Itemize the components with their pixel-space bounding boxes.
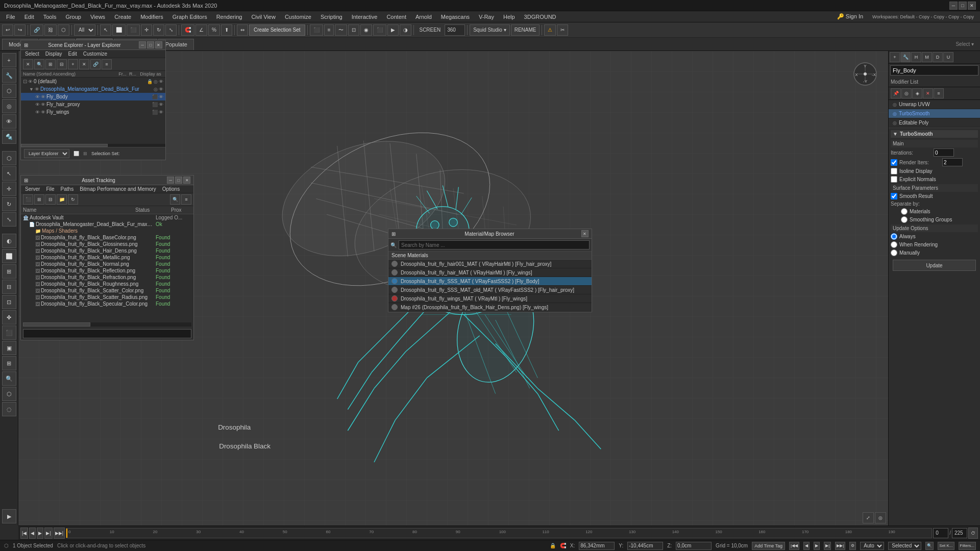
sign-in-button[interactable]: 🔑 Sign In bbox=[833, 12, 867, 21]
rp-modify-icon[interactable]: 🔧 bbox=[900, 52, 911, 62]
rotate-mode-btn[interactable]: ↻ bbox=[2, 197, 16, 211]
close-button[interactable]: ✕ bbox=[968, 2, 976, 10]
layer-manager-button[interactable]: ≡ bbox=[324, 24, 334, 36]
menu-customize[interactable]: Customize bbox=[281, 13, 315, 21]
rotate-button[interactable]: ↻ bbox=[153, 24, 164, 36]
at-close[interactable]: ✕ bbox=[183, 177, 190, 184]
ts-smooth-result-checkbox[interactable] bbox=[891, 193, 897, 199]
at-img9[interactable]: 🖼 Drosophila_fruit_fly_Black_Scatter_Col… bbox=[21, 287, 193, 294]
menu-scripting[interactable]: Scripting bbox=[316, 13, 347, 21]
undo-button[interactable]: ↩ bbox=[2, 24, 13, 36]
schematic-button[interactable]: ⊡ bbox=[348, 24, 359, 36]
at-icon6[interactable]: 🔍 bbox=[170, 194, 180, 205]
create-panel-btn[interactable]: + bbox=[2, 53, 16, 67]
se-menu-select[interactable]: Select bbox=[23, 51, 41, 57]
ts-iterations-input[interactable] bbox=[934, 148, 954, 157]
at-icon3[interactable]: ⊟ bbox=[45, 194, 56, 205]
at-icon2[interactable]: ⊞ bbox=[34, 194, 44, 205]
side-btn7[interactable]: ⬛ bbox=[2, 325, 16, 340]
se-fly-body[interactable]: 👁 👁 Fly_Body ⬛ 👁 bbox=[21, 93, 165, 101]
mb-mat4[interactable]: Drosophila_fruit_fly_SSS_MAT_old_MAT ( V… bbox=[388, 286, 592, 294]
mirror-button[interactable]: ⇔ bbox=[237, 24, 248, 36]
activeshade-button[interactable]: ◑ bbox=[400, 24, 411, 36]
ts-isoline-checkbox[interactable] bbox=[891, 168, 897, 174]
at-img5[interactable]: 🖼 Drosophila_fruit_fly_Black_Normal.png … bbox=[21, 261, 193, 267]
menu-civil-view[interactable]: Civil View bbox=[247, 13, 279, 21]
compass[interactable]: Y -Y X -X bbox=[852, 61, 878, 87]
render-setup-button[interactable]: ⬛ bbox=[373, 24, 386, 36]
tl-prev-btn[interactable]: |◀ bbox=[20, 528, 28, 539]
menu-interactive[interactable]: Interactive bbox=[348, 13, 382, 21]
at-img8[interactable]: 🖼 Drosophila_fruit_fly_Black_Roughness.p… bbox=[21, 281, 193, 287]
at-menu-options[interactable]: Options bbox=[160, 186, 182, 192]
utilities-panel-btn[interactable]: 🔩 bbox=[2, 130, 16, 144]
menu-content[interactable]: Content bbox=[382, 13, 410, 21]
rp-motion-icon[interactable]: M bbox=[922, 52, 932, 62]
at-img10[interactable]: 🖼 Drosophila_fruit_fly_Black_Scatter_Rad… bbox=[21, 294, 193, 300]
at-file-item[interactable]: 📄 Drosophila_Melanogaster_Dead_Black_Fur… bbox=[21, 221, 193, 228]
at-img2[interactable]: 🖼 Drosophila_fruit_fly_Black_Glossiness.… bbox=[21, 241, 193, 247]
extra-button[interactable]: ✂ bbox=[557, 24, 568, 36]
menu-rendering[interactable]: Rendering bbox=[212, 13, 247, 21]
at-img11[interactable]: 🖼 Drosophila_fruit_fly_Black_Specular_Co… bbox=[21, 300, 193, 307]
sb-next-frame-btn[interactable]: ▶| bbox=[824, 542, 831, 550]
mb-mat1[interactable]: Drosophila_fruit_fly_hair001_MAT ( VRayH… bbox=[388, 260, 592, 268]
rp-create-icon[interactable]: + bbox=[890, 52, 900, 62]
side-btn2[interactable]: ⬜ bbox=[2, 249, 16, 263]
align-button[interactable]: ⬛ bbox=[310, 24, 323, 36]
remove-modifier-icon[interactable]: ✕ bbox=[923, 88, 933, 98]
menu-tools[interactable]: Tools bbox=[39, 13, 61, 21]
se-expand-icon[interactable]: ⊞ bbox=[45, 59, 56, 69]
rp-utilities-icon[interactable]: U bbox=[943, 52, 953, 62]
make-unique-icon[interactable]: ◈ bbox=[912, 88, 922, 98]
modify-panel-btn[interactable]: 🔧 bbox=[2, 68, 16, 83]
side-btn5[interactable]: ⊡ bbox=[2, 295, 16, 309]
unlink-button[interactable]: ⛓ bbox=[44, 24, 57, 36]
maximize-button[interactable]: □ bbox=[959, 2, 967, 10]
select-button[interactable]: ↖ bbox=[100, 24, 111, 36]
at-folder-item[interactable]: 📁 Maps / Shaders bbox=[21, 228, 193, 234]
snap-3d-btn[interactable]: ⬡ bbox=[2, 151, 16, 165]
redo-button[interactable]: ↪ bbox=[14, 24, 26, 36]
ts-render-checkbox[interactable] bbox=[891, 159, 897, 166]
at-img3[interactable]: 🖼 Drosophila_fruit_fly_Black_Hair_Dens.p… bbox=[21, 247, 193, 254]
render-button[interactable]: ▶ bbox=[387, 24, 399, 36]
mb-close[interactable]: ✕ bbox=[581, 230, 589, 237]
mb-mat2[interactable]: Drosophila_fruit_fly_hair_MAT ( VRayHair… bbox=[388, 268, 592, 277]
timeline-bar[interactable]: 0 10 20 30 40 50 60 70 80 90 100 110 120… bbox=[66, 528, 932, 538]
menu-create[interactable]: Create bbox=[110, 13, 135, 21]
se-menu-edit[interactable]: Edit bbox=[66, 51, 79, 57]
at-menu-server[interactable]: Server bbox=[23, 186, 42, 192]
menu-3dground[interactable]: 3DGROUND bbox=[520, 13, 560, 21]
snaps-button[interactable]: 🧲 bbox=[181, 24, 194, 36]
select-mode-btn[interactable]: ↖ bbox=[2, 166, 16, 181]
side-btn9[interactable]: ⊞ bbox=[2, 356, 16, 370]
tl-total-frames-input[interactable] bbox=[952, 528, 967, 538]
filters-button[interactable]: Filters... bbox=[959, 542, 976, 550]
set-key-button[interactable]: Set K... bbox=[938, 542, 954, 550]
fps-input[interactable] bbox=[445, 24, 465, 36]
ts-render-iters-input[interactable] bbox=[942, 158, 963, 166]
rp-hierarchy-icon[interactable]: H bbox=[911, 52, 921, 62]
percent-snap-button[interactable]: % bbox=[208, 24, 220, 36]
pin-stack-icon[interactable]: 📌 bbox=[891, 88, 901, 98]
at-vault-item[interactable]: 🏦 Autodesk Vault Logged O... bbox=[21, 214, 193, 221]
ts-materials-radio[interactable] bbox=[901, 208, 908, 215]
mb-search-input[interactable] bbox=[399, 240, 590, 249]
se-layer-default[interactable]: ⊡ 👁 0 (default) 🔒 ◎ 👁 bbox=[21, 78, 165, 85]
spinner-snap-button[interactable]: ⬆ bbox=[221, 24, 232, 36]
tl-last-btn[interactable]: ▶▶| bbox=[54, 528, 65, 539]
display-panel-btn[interactable]: 👁 bbox=[2, 114, 16, 129]
modifier-turbosmooth[interactable]: ◎ TurboSmooth bbox=[889, 109, 980, 118]
coord-y-input[interactable] bbox=[627, 542, 663, 550]
se-filter-icon[interactable]: ✕ bbox=[23, 59, 33, 69]
modifier-editable-poly[interactable]: ◎ Editable Poly bbox=[889, 118, 980, 128]
side-btn6[interactable]: ✤ bbox=[2, 310, 16, 324]
show-end-result-icon[interactable]: ◎ bbox=[901, 88, 912, 98]
bind-spacewarp-button[interactable]: ⬡ bbox=[58, 24, 69, 36]
side-btn11[interactable]: ⬡ bbox=[2, 387, 16, 401]
menu-edit[interactable]: Edit bbox=[20, 13, 38, 21]
add-time-tag-button[interactable]: Add Time Tag bbox=[752, 542, 785, 550]
se-group-fly[interactable]: ▼ 👁 Drosophila_Melanogaster_Dead_Black_F… bbox=[21, 85, 165, 93]
menu-file[interactable]: File bbox=[2, 13, 19, 21]
